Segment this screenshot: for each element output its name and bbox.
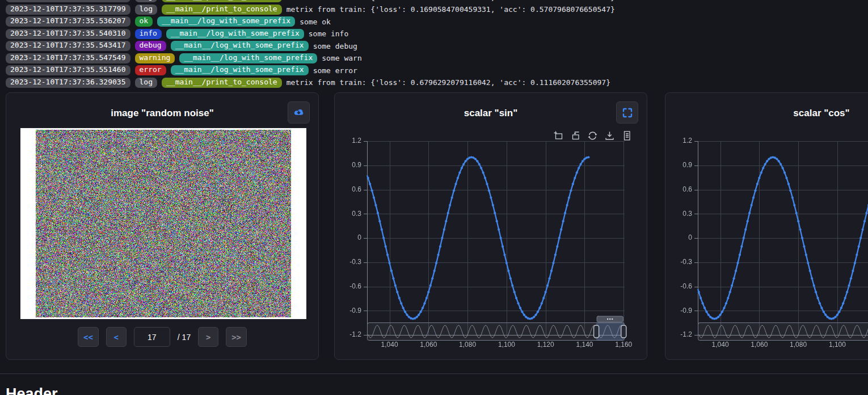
cos-card-title: scalar "cos" (665, 108, 868, 119)
log-message: some info (309, 29, 348, 38)
log-context: __main__/print_to_console (162, 5, 282, 15)
log-message: metrix from train: {'loss': 0.6796292079… (286, 78, 610, 87)
log-row: 2023-12-10T17:37:35.551460error__main__/… (6, 65, 868, 75)
download-image-button[interactable] (288, 101, 310, 124)
log-row-partial: 2023-12-10T17:37:35.317799log__main__/pr… (6, 0, 868, 2)
log-message: some debug (313, 42, 357, 50)
log-row: 2023-12-10T17:37:35.540310info__main__/l… (6, 29, 868, 39)
fullscreen-icon (622, 107, 633, 118)
log-message: some error (313, 66, 357, 75)
log-timestamp: 2023-12-10T17:37:35.543417 (6, 41, 130, 51)
log-context: __main__/log_with_some_prefix (157, 16, 295, 27)
log-message: some ok (300, 18, 331, 26)
prev-page-button[interactable]: < (106, 327, 127, 347)
page-number-input[interactable] (134, 327, 170, 347)
log-timestamp: 2023-12-10T17:37:35.317799 (6, 0, 130, 2)
log-level-badge: log (135, 0, 157, 2)
log-level-badge: debug (135, 41, 166, 51)
log-context: __main__/print_to_console (162, 0, 282, 2)
page: { "colors": { "page_bg": "#16161d", "car… (0, 0, 868, 395)
log-row: 2023-12-10T17:37:36.329035log__main__/pr… (6, 78, 868, 88)
log-timestamp: 2023-12-10T17:37:35.540310 (6, 29, 130, 39)
data-view-icon[interactable] (621, 130, 632, 141)
log-row: 2023-12-10T17:37:35.317799log__main__/pr… (6, 5, 868, 15)
log-timestamp: 2023-12-10T17:37:35.547549 (6, 53, 130, 63)
log-timestamp: 2023-12-10T17:37:35.536207 (6, 16, 130, 27)
zoom-reset-icon[interactable] (570, 130, 581, 141)
log-row: 2023-12-10T17:37:35.536207ok__main__/log… (6, 16, 868, 27)
log-message: metrix from train: {'loss': 0.1690584700… (286, 0, 615, 2)
log-timestamp: 2023-12-10T17:37:35.551460 (6, 65, 130, 75)
log-level-badge: ok (135, 16, 153, 27)
log-level-badge: warning (135, 53, 175, 63)
sin-chart-canvas[interactable] (335, 127, 648, 354)
expand-sin-chart-button[interactable] (616, 101, 638, 124)
log-list: 2023-12-10T17:37:35.317799log__main__/pr… (0, 0, 868, 91)
image-card: image "random noise" << < / 17 > >> (6, 92, 319, 360)
log-context: __main__/print_to_console (162, 78, 282, 88)
chart-toolbar (553, 130, 632, 141)
image-pagination: << < / 17 > >> (6, 327, 318, 347)
page-total-label: / 17 (178, 333, 191, 342)
scalar-sin-card: scalar "sin" (334, 92, 647, 360)
area-zoom-icon[interactable] (553, 130, 564, 141)
log-message: some warn (322, 54, 361, 62)
log-row: 2023-12-10T17:37:35.543417debug__main__/… (6, 41, 868, 51)
log-timestamp: 2023-12-10T17:37:35.317799 (6, 5, 130, 15)
footer-heading: Header (6, 385, 58, 395)
last-page-button[interactable]: >> (226, 327, 247, 347)
log-level-badge: error (135, 65, 166, 75)
next-page-button[interactable]: > (198, 327, 218, 347)
log-timestamp: 2023-12-10T17:37:36.329035 (6, 78, 130, 88)
log-context: __main__/log_with_some_prefix (166, 29, 304, 39)
image-frame (20, 128, 306, 319)
first-page-button[interactable]: << (78, 327, 99, 347)
sin-card-title: scalar "sin" (335, 108, 647, 119)
section-divider (0, 373, 868, 374)
log-level-badge: log (135, 5, 157, 15)
log-context: __main__/log_with_some_prefix (179, 53, 317, 63)
cloud-download-icon (292, 107, 305, 118)
log-context: __main__/log_with_some_prefix (171, 65, 309, 75)
scalar-cos-card: scalar "cos" (665, 92, 868, 360)
log-context: __main__/log_with_some_prefix (171, 41, 309, 51)
log-message: metrix from train: {'loss': 0.1690584700… (286, 5, 615, 14)
image-card-title: image "random noise" (6, 108, 318, 119)
log-level-badge: log (135, 78, 157, 88)
cos-chart-canvas[interactable] (665, 127, 868, 354)
noise-image (36, 130, 291, 317)
log-level-badge: info (135, 29, 162, 39)
log-row: 2023-12-10T17:37:35.547549warning__main_… (6, 53, 868, 63)
restore-icon[interactable] (587, 130, 598, 141)
save-image-icon[interactable] (604, 130, 615, 141)
